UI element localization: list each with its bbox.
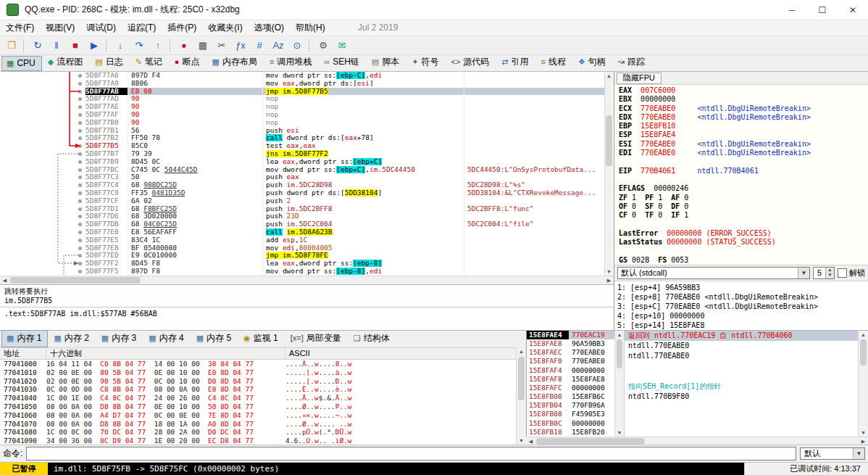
stack-row[interactable]: 15E8FAF0 770EABE0: [527, 357, 614, 365]
register-row[interactable]: EBX 00000000: [619, 95, 868, 104]
tab-struct[interactable]: ❏ 结构体: [349, 330, 396, 347]
dump-row[interactable]: 77041020 02 00 0E 00 90 5B 04 77 0C 00 1…: [0, 377, 516, 386]
scrollbar-thumb[interactable]: [10, 277, 141, 284]
argument-count-stepper[interactable]: 5 ▲▼: [813, 267, 835, 279]
stack-row[interactable]: 15E8FAEC 770EABE0: [527, 348, 614, 357]
tab-handles[interactable]: ❖ 句柄: [573, 54, 612, 71]
disasm-row[interactable]: 5D8F77A9 8B06 mov eax,dword ptr ds:[esi]: [0, 80, 606, 88]
scroll-up-arrow[interactable]: ▲: [605, 72, 613, 80]
calculator-button[interactable]: ƒx: [232, 38, 249, 54]
dump-vertical-scrollbar[interactable]: ▲ ▼: [516, 347, 526, 445]
breakpoint-gutter[interactable]: [0, 103, 85, 111]
stack-info-line[interactable]: 指向SEH_Record[1]的指针: [625, 381, 858, 392]
dump-row[interactable]: 77041070 08 00 0A 00 D8 8B 04 77 18 00 1…: [0, 420, 516, 429]
breakpoint-dot[interactable]: [78, 82, 82, 86]
register-row[interactable]: EBP 15E8FB10: [619, 122, 868, 131]
tab-trace[interactable]: ↝ 跟踪: [613, 54, 651, 71]
disasm-vertical-scrollbar[interactable]: ▲ ▼: [604, 72, 613, 276]
scroll-down-arrow[interactable]: ▼: [615, 429, 624, 437]
tab-log[interactable]: ▤ 日志: [90, 54, 129, 71]
breakpoint-gutter[interactable]: [0, 260, 85, 268]
stack-info-line[interactable]: ntdll.770EABE0: [625, 341, 858, 351]
dump-row[interactable]: 77041040 1C 00 1E 00 C4 8C 04 77 24 00 2…: [0, 394, 516, 402]
breakpoint-gutter[interactable]: [0, 252, 85, 260]
stop-button[interactable]: ■: [67, 38, 84, 54]
info-vertical-scrollbar[interactable]: ▲ ▼: [858, 331, 868, 437]
scroll-down-arrow[interactable]: ▼: [605, 268, 613, 276]
menu-item[interactable]: 帮助(H): [290, 20, 331, 36]
chevron-down-icon[interactable]: ▼: [853, 448, 864, 459]
tab-references[interactable]: ⇄ 引用: [496, 54, 535, 71]
breakpoint-gutter[interactable]: [0, 142, 85, 150]
argument-row[interactable]: 2: [esp+8] 770EABE0 <ntdll.DbgUiRemoteBr…: [617, 292, 868, 302]
breakpoint-gutter[interactable]: [0, 127, 85, 135]
stack-info-line[interactable]: ntdll.770EABE0: [625, 351, 858, 361]
argument-row[interactable]: 4: [esp+10] 00000000: [617, 311, 868, 321]
breakpoint-gutter[interactable]: [0, 72, 85, 80]
register-row[interactable]: EAX 007C6000: [619, 86, 868, 95]
dump-row[interactable]: 77041060 08 00 0A 00 A4 D7 04 77 0C 00 0…: [0, 411, 516, 420]
tab-seh[interactable]: ∞ SEH链: [319, 54, 366, 71]
breakpoint-dot[interactable]: [78, 183, 82, 187]
tab-locals[interactable]: [x=] 局部变量: [285, 330, 348, 347]
breakpoint-gutter[interactable]: [0, 166, 85, 174]
scrollbar-thumb[interactable]: [536, 438, 645, 445]
breakpoint-dot[interactable]: [78, 223, 82, 226]
disasm-row[interactable]: 5D8F77CF 6A 02 push 2: [0, 197, 606, 205]
calling-convention-select[interactable]: 默认 (stdcall) ▼: [617, 267, 810, 279]
stack-row[interactable]: 15E8FAF4 00000000: [527, 366, 614, 375]
breakpoint-gutter[interactable]: [0, 228, 85, 236]
command-input[interactable]: [26, 447, 796, 460]
breakpoint-dot[interactable]: [78, 74, 82, 78]
tab-dump-3[interactable]: ▦ 内存 3: [96, 330, 143, 347]
breakpoint-gutter[interactable]: [0, 181, 85, 189]
tab-dump-1[interactable]: ▦ 内存 1: [1, 330, 48, 347]
breakpoint-dot[interactable]: [78, 262, 82, 265]
scrollbar-thumb[interactable]: [518, 357, 525, 400]
register-row[interactable]: EIP 770B4061 ntdll.770B4061: [619, 167, 868, 175]
disasm-row[interactable]: 5D8F77B9 8D45 0C lea eax,dword ptr ss:[e…: [0, 158, 606, 166]
open-file-button[interactable]: ❐: [3, 38, 20, 54]
menu-item[interactable]: 追踪(T): [122, 20, 162, 36]
scroll-left-arrow[interactable]: ◀: [0, 276, 9, 284]
stepper-arrows-icon[interactable]: ▲▼: [825, 268, 834, 278]
breakpoint-gutter[interactable]: [0, 268, 85, 276]
comment-button[interactable]: ✉: [333, 38, 351, 54]
register-row[interactable]: LastError 00000000 (ERROR_SUCCESS): [619, 229, 868, 238]
scrollbar-thumb[interactable]: [606, 115, 612, 166]
register-row[interactable]: EDI 770EABE0 <ntdll.DbgUiRemoteBreakin>: [619, 149, 868, 157]
breakpoint-dot[interactable]: [78, 231, 82, 234]
breakpoint-dot[interactable]: [78, 97, 82, 101]
register-row[interactable]: EDX 770EABE0 <ntdll.DbgUiRemoteBreakin>: [619, 113, 868, 122]
stack-row[interactable]: 15E8FB10 15E8FB20: [527, 428, 614, 437]
stack-row[interactable]: 15E8FAE4 770EAC19: [527, 331, 614, 339]
breakpoint-dot[interactable]: [78, 270, 82, 273]
breakpoint-dot[interactable]: [78, 215, 82, 218]
breakpoint-gutter[interactable]: [0, 212, 85, 220]
breakpoint-dot[interactable]: [78, 254, 82, 257]
argument-row[interactable]: 1: [esp+4] 96A59BB3: [617, 283, 868, 292]
breakpoint-dot[interactable]: [78, 247, 82, 250]
dump-row[interactable]: 77041010 02 00 0E 00 80 5B 04 77 0E 00 1…: [0, 368, 516, 377]
scroll-up-arrow[interactable]: ▲: [517, 347, 526, 356]
dump-row[interactable]: 77041030 0C 00 0D 00 C8 8B 04 77 08 00 0…: [0, 385, 516, 394]
breakpoint-dot[interactable]: [78, 207, 82, 211]
chevron-down-icon[interactable]: ▼: [798, 268, 809, 278]
toolbar-separator[interactable]: [106, 39, 109, 52]
scroll-down-arrow[interactable]: ▼: [859, 429, 868, 437]
argument-row[interactable]: 3: [esp+C] 770EABE0 <ntdll.DbgUiRemoteBr…: [617, 302, 868, 311]
breakpoint-gutter[interactable]: [0, 80, 85, 88]
tab-source[interactable]: <> 源代码: [446, 54, 496, 71]
breakpoint-gutter[interactable]: [0, 95, 85, 103]
breakpoint-dot[interactable]: [78, 239, 82, 242]
disasm-horizontal-scrollbar[interactable]: ◀ ▶: [0, 276, 614, 284]
stack-info-line[interactable]: [625, 371, 858, 381]
stack-row[interactable]: 15E8FB00 15E8FB6C: [527, 392, 614, 401]
argument-row[interactable]: 5: [esp+14] 15E8FAE8: [617, 321, 868, 330]
dump-row[interactable]: 77041080 1C 00 0C 00 70 DC 04 77 28 00 2…: [0, 428, 516, 437]
breakpoint-gutter[interactable]: [0, 189, 85, 197]
tab-script[interactable]: ▤ 脚本: [367, 54, 406, 71]
breakpoint-dot[interactable]: [78, 152, 82, 156]
menu-item[interactable]: 选项(O): [249, 20, 290, 36]
register-row[interactable]: [619, 157, 868, 166]
